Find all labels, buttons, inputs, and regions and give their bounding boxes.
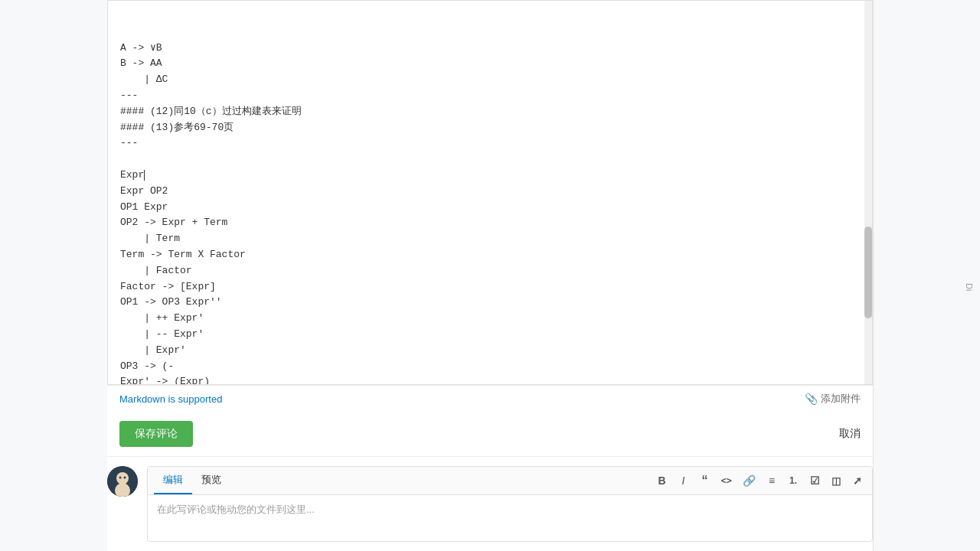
quote-button[interactable]: “: [697, 472, 714, 489]
main-container: A -> ∨BB -> AA | ΔC---#### (12)同10（c）过过构…: [0, 0, 980, 551]
editor-line: | Expr': [120, 343, 860, 359]
table-button[interactable]: ◫: [828, 474, 844, 488]
editor-line: Expr: [120, 168, 860, 184]
left-panel: [0, 0, 107, 551]
ul-icon: ≡: [769, 474, 775, 487]
code-icon: <>: [721, 475, 732, 486]
editor-line: OP2 -> Expr + Term: [120, 215, 860, 231]
scrollbar-thumb[interactable]: [864, 227, 872, 318]
editor-line: | Term: [120, 231, 860, 247]
editor-line: B -> AA: [120, 56, 860, 72]
editor-line: | ++ Expr': [120, 311, 860, 327]
italic-button[interactable]: I: [675, 473, 692, 488]
quote-icon: “: [702, 474, 708, 487]
editor-line: ---: [120, 135, 860, 152]
fullscreen-icon: ➚: [853, 474, 862, 487]
editor-line: ---: [120, 88, 860, 104]
editor-line: #### (12)同10（c）过过构建表来证明: [120, 104, 860, 120]
editor-area[interactable]: A -> ∨BB -> AA | ΔC---#### (12)同10（c）过过构…: [107, 0, 873, 385]
editor-line: [120, 152, 860, 168]
markdown-hint-link[interactable]: Markdown is supported: [119, 393, 222, 405]
fullscreen-button[interactable]: ➚: [849, 473, 866, 488]
editor-line: | ΔC: [120, 72, 860, 88]
svg-point-6: [124, 477, 126, 479]
tab-toolbar: B I “ <> 🔗 ≡: [654, 472, 866, 489]
new-comment-area: 编辑 预览 B I “ <> 🔗: [107, 457, 873, 551]
comment-tabs: 编辑 预览 B I “ <> 🔗: [148, 467, 872, 495]
editor-line: OP3 -> (-: [120, 359, 860, 375]
svg-point-5: [119, 477, 122, 479]
code-button[interactable]: <>: [718, 474, 735, 487]
cancel-button[interactable]: 取消: [839, 427, 861, 441]
tab-preview[interactable]: 预览: [192, 467, 230, 494]
attach-button[interactable]: 📎 添加附件: [805, 392, 861, 406]
text-cursor: [144, 170, 145, 181]
svg-point-1: [116, 472, 129, 484]
editor-line: | -- Expr': [120, 327, 860, 343]
editor-line: A -> ∨B: [120, 41, 860, 57]
editor-line: Factor -> [Expr]: [120, 279, 860, 295]
ordered-list-button[interactable]: 1.: [785, 474, 802, 487]
link-icon: 🔗: [743, 474, 756, 487]
unordered-list-button[interactable]: ≡: [763, 473, 780, 488]
link-button[interactable]: 🔗: [740, 473, 759, 488]
editor-line: #### (13)参考69-70页: [120, 120, 860, 136]
comment-editor[interactable]: 编辑 预览 B I “ <> 🔗: [147, 466, 873, 542]
tab-edit[interactable]: 编辑: [154, 467, 192, 494]
task-list-button[interactable]: ☑: [806, 473, 823, 488]
tab-left: 编辑 预览: [154, 467, 230, 494]
right-panel-label: Di: [965, 283, 974, 291]
editor-line: OP1 -> OP3 Expr'': [120, 295, 860, 311]
comment-input-area[interactable]: 在此写评论或拖动您的文件到这里...: [148, 495, 872, 541]
attach-icon: 📎: [805, 393, 818, 405]
avatar: [107, 466, 138, 497]
scrollbar-track[interactable]: [864, 1, 872, 384]
comment-placeholder: 在此写评论或拖动您的文件到这里...: [157, 504, 315, 515]
bold-button[interactable]: B: [654, 473, 671, 488]
editor-line: Term -> Term X Factor: [120, 247, 860, 263]
editor-line: Expr' -> (Expr): [120, 374, 860, 385]
editor-line: Expr OP2: [120, 184, 860, 200]
action-bar: Markdown is supported 📎 添加附件: [107, 385, 873, 412]
save-cancel-row: 保存评论 取消: [107, 412, 873, 456]
right-panel: Di: [873, 0, 980, 551]
ol-icon: 1.: [789, 475, 797, 486]
task-icon: ☑: [810, 474, 820, 487]
attach-label: 添加附件: [821, 392, 861, 406]
editor-content[interactable]: A -> ∨BB -> AA | ΔC---#### (12)同10（c）过过构…: [108, 1, 872, 385]
editor-line: OP1 Expr: [120, 200, 860, 216]
save-button[interactable]: 保存评论: [119, 421, 193, 447]
table-icon: ◫: [831, 475, 841, 487]
editor-line: | Factor: [120, 263, 860, 279]
